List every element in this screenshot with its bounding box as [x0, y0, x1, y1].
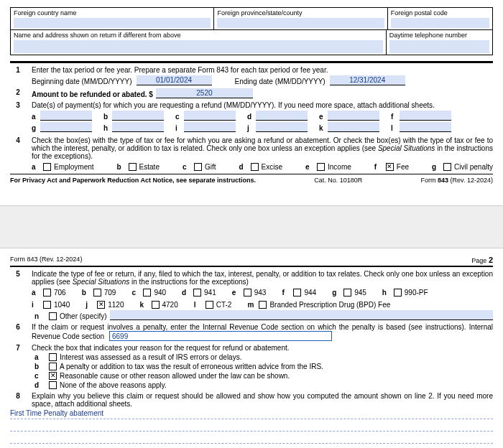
line7-checkbox-a[interactable]	[49, 353, 57, 361]
line7-num: 7	[10, 344, 32, 389]
end-date-input[interactable]: 12/31/2024	[330, 75, 405, 85]
line1-text: Enter the tax period or fee year. Prepar…	[32, 66, 493, 74]
payment-input-c[interactable]	[184, 111, 236, 121]
line5-other-checkbox[interactable]	[49, 312, 57, 320]
line7-checkbox-c[interactable]	[49, 372, 57, 380]
line7-checkbox-d[interactable]	[49, 381, 57, 389]
line5-checkbox-944[interactable]	[293, 289, 301, 297]
line5-other-label: Other (specify)	[60, 312, 107, 320]
line4-options: aEmploymentbEstatecGiftdExciseeIncomefFe…	[32, 163, 493, 171]
line8-explanation[interactable]: First Time Penalty abatement	[10, 408, 493, 419]
line5-other-letter: n	[32, 312, 46, 320]
payment-label: f	[391, 113, 400, 121]
payment-label: b	[103, 113, 112, 121]
payment-grid: abcdefghijkl	[32, 111, 493, 134]
privacy-notice: For Privacy Act and Paperwork Reduction …	[10, 177, 256, 184]
line5-checkbox-1120[interactable]	[97, 301, 105, 309]
name-address-label: Name and address shown on return if diff…	[14, 32, 383, 39]
payment-input-g[interactable]	[40, 122, 92, 132]
payment-label: e	[319, 113, 328, 121]
payment-label: i	[175, 124, 184, 132]
line5-checkbox-990-pf[interactable]	[394, 289, 402, 297]
line6-num: 6	[10, 323, 32, 341]
line4-checkbox-gift[interactable]	[194, 163, 202, 171]
payment-label: j	[247, 124, 256, 132]
payment-label: k	[319, 124, 328, 132]
irc-section-input[interactable]: 6699	[109, 331, 332, 341]
begin-date-label: Beginning date (MM/DD/YYYY)	[32, 78, 132, 85]
line4-italic: Special Situations	[378, 144, 435, 152]
line3-text: Date(s) of payment(s) for which you are …	[32, 101, 493, 109]
form-rev: Form 843 (Rev. 12-2024)	[421, 177, 493, 184]
line7-reasons: aInterest was assessed as a result of IR…	[32, 353, 493, 389]
line5-checkbox-706[interactable]	[43, 289, 51, 297]
payment-input-b[interactable]	[112, 111, 164, 121]
line4-checkbox-civil-penalty[interactable]	[443, 163, 451, 171]
daytime-phone-label: Daytime telephone number	[389, 32, 489, 39]
foreign-country-label: Foreign country name	[14, 9, 211, 17]
foreign-address-row: Foreign country name Foreign province/st…	[10, 7, 493, 30]
line3-num: 3	[10, 101, 32, 134]
payment-input-i[interactable]	[184, 122, 236, 132]
begin-date-input[interactable]: 01/01/2024	[137, 75, 212, 85]
payment-input-e[interactable]	[328, 111, 379, 121]
end-date-label: Ending date (MM/DD/YYYY)	[235, 78, 326, 85]
line4-checkbox-excise[interactable]	[251, 163, 259, 171]
line5-text-end: in the instructions for the exceptions)	[129, 278, 249, 286]
line2-num: 2	[10, 88, 32, 98]
name-address-input[interactable]	[14, 40, 383, 53]
daytime-phone-input[interactable]	[389, 40, 489, 53]
line5-checkbox-ct-2[interactable]	[206, 301, 213, 309]
line2-amount-input[interactable]: 2520	[156, 88, 253, 98]
line8-text: Explain why you believe this claim or re…	[32, 392, 493, 408]
payment-input-l[interactable]	[400, 122, 451, 132]
page2-header-left: Form 843 (Rev. 12-2024)	[10, 256, 82, 264]
payment-input-f[interactable]	[400, 111, 451, 121]
page-break	[0, 205, 503, 248]
payment-label: a	[32, 113, 40, 121]
line5-checkbox-945[interactable]	[343, 289, 351, 297]
line5-other-input[interactable]	[110, 310, 493, 320]
line5-checkbox-940[interactable]	[143, 289, 151, 297]
payment-label: g	[32, 124, 40, 132]
line4-checkbox-employment[interactable]	[43, 163, 51, 171]
explanation-line[interactable]	[10, 421, 493, 431]
foreign-postal-label: Foreign postal code	[391, 9, 489, 17]
line8-num: 8	[10, 392, 32, 408]
line5-italic: Special Situations	[73, 278, 130, 286]
line5-checkbox-1040[interactable]	[43, 301, 51, 309]
foreign-country-input[interactable]	[14, 18, 211, 28]
line4-checkbox-fee[interactable]	[386, 163, 394, 171]
line2-label: Amount to be refunded or abated. $	[32, 90, 153, 98]
line5-num: 5	[10, 270, 32, 320]
line5-checkbox-709[interactable]	[93, 289, 101, 297]
payment-input-k[interactable]	[328, 122, 379, 132]
line5-checkbox-941[interactable]	[193, 289, 201, 297]
page2-header-right: Page 2	[471, 256, 493, 264]
payment-label: l	[391, 124, 400, 132]
payment-label: c	[175, 113, 184, 121]
payment-input-h[interactable]	[112, 122, 164, 132]
foreign-postal-input[interactable]	[391, 18, 489, 28]
line4-num: 4	[10, 136, 32, 171]
line5-options: a706b709c940d941e943f944g945h990-PFi1040…	[32, 289, 493, 309]
payment-input-a[interactable]	[40, 111, 92, 121]
payment-input-j[interactable]	[256, 122, 308, 132]
foreign-province-label: Foreign province/state/county	[217, 9, 384, 17]
line5-checkbox-branded-prescription-drug-bpd-fee[interactable]	[259, 301, 267, 309]
line4-checkbox-income[interactable]	[317, 163, 325, 171]
line7-checkbox-b[interactable]	[49, 363, 57, 370]
payment-input-d[interactable]	[256, 111, 308, 121]
cat-no: Cat. No. 10180R	[314, 177, 362, 184]
line7-text: Check the box that indicates your reason…	[32, 344, 493, 352]
name-address-row: Name and address shown on return if diff…	[10, 30, 493, 55]
payment-label: h	[103, 124, 112, 132]
foreign-province-input[interactable]	[217, 18, 384, 28]
line4-checkbox-estate[interactable]	[129, 163, 137, 171]
explanation-line[interactable]	[10, 434, 493, 444]
payment-label: d	[247, 113, 256, 121]
line5-checkbox-943[interactable]	[244, 289, 251, 297]
line1-num: 1	[10, 66, 32, 85]
line5-checkbox-4720[interactable]	[152, 301, 160, 309]
